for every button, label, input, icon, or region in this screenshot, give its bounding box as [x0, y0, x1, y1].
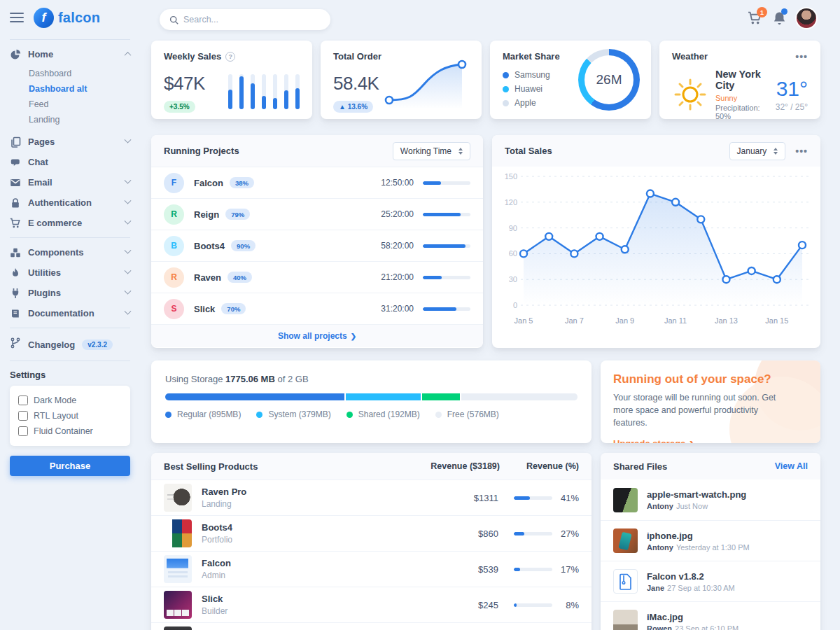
search-box[interactable] [160, 9, 330, 30]
product-thumbnail[interactable] [164, 519, 192, 547]
project-name[interactable]: Falcon [194, 178, 223, 188]
file-row[interactable]: Falcon v1.8.2 Jane27 Sep at 10:30 AM [601, 561, 820, 601]
falcon-logo[interactable]: f falcon [34, 8, 100, 28]
card-title: Shared Files [613, 461, 667, 472]
divider [10, 360, 130, 361]
code-branch-icon [10, 337, 21, 351]
sidebar-subitem-dashboard[interactable]: Dashboard [10, 66, 130, 81]
lock-icon [10, 197, 21, 209]
envelope-icon [10, 177, 21, 188]
product-category[interactable]: Builder [202, 606, 227, 616]
chevron-icon [125, 197, 132, 204]
avatar[interactable] [797, 8, 816, 28]
settings-checkbox[interactable] [18, 411, 28, 421]
project-progress-bar [423, 244, 470, 248]
sidebar-item-email[interactable]: Email [10, 172, 130, 192]
total-order-card: Total Order 58.4K ▲ 13.6% [321, 41, 482, 119]
settings-option-rtl-layout[interactable]: RTL Layout [18, 408, 122, 424]
view-all-link[interactable]: View All [775, 461, 808, 471]
product-name[interactable]: Raven Pro [202, 486, 246, 497]
svg-text:0: 0 [513, 301, 517, 309]
product-thumbnail[interactable] [164, 555, 192, 583]
weekly-sales-badge: +3.5% [164, 101, 195, 113]
month-select[interactable]: January [729, 142, 786, 160]
sidebar-item-home[interactable]: Home [10, 44, 130, 64]
upgrade-storage-link[interactable]: Upgrade storage❯ [613, 438, 695, 443]
sidebar-item-e-commerce[interactable]: E commerce [10, 213, 130, 233]
project-name[interactable]: Raven [194, 272, 221, 283]
sidebar-item-components[interactable]: Components [10, 242, 130, 262]
sidebar-subitem-dashboard-alt[interactable]: Dashboard alt [10, 81, 130, 97]
product-revenue-pct: 8% [552, 600, 579, 610]
brand-name: falcon [58, 10, 100, 26]
revenue-pct-column-header: Revenue (%) [526, 461, 579, 471]
product-category[interactable]: Portfolio [202, 535, 232, 545]
file-time: 23 Sep at 6:10 PM [675, 624, 738, 630]
sidebar-item-chat[interactable]: Chat [10, 152, 130, 172]
project-name[interactable]: Boots4 [194, 241, 225, 251]
product-revenue-pct: 27% [552, 528, 579, 539]
product-category[interactable]: Admin [202, 570, 231, 580]
product-name[interactable]: Slick [202, 594, 227, 604]
storage-card: Using Storage 1775.06 MB of 2 GB Regular… [151, 360, 592, 443]
legend-item: Free (576MB) [435, 410, 499, 419]
cart-button[interactable]: 1 [748, 11, 762, 25]
ellipsis-menu-icon[interactable]: ••• [795, 54, 808, 59]
ellipsis-menu-icon[interactable]: ••• [795, 148, 808, 154]
chevron-icon [125, 136, 132, 144]
file-row[interactable]: iphone.jpg AntonyYesterday at 1:30 PM [601, 520, 820, 561]
project-progress-bar [423, 213, 470, 216]
products-table: Raven Pro Landing $1311 41% Boots4 Portf… [151, 479, 592, 622]
legend-dot-icon [346, 412, 353, 418]
legend-dot-icon [503, 72, 509, 78]
settings-checkbox[interactable] [18, 426, 28, 436]
weather-city: New York City [715, 69, 769, 91]
product-name[interactable]: Falcon [202, 558, 231, 568]
notifications-button[interactable] [773, 11, 786, 25]
sidebar-item-changelog[interactable]: Changelog v2.3.2 [10, 332, 130, 356]
promo-heading: Running out of your space? [613, 372, 808, 386]
search-input[interactable] [183, 15, 321, 24]
sidebar-item-utilities[interactable]: Utilities [10, 262, 130, 283]
file-row[interactable]: apple-smart-watch.png AntonyJust Now [601, 479, 820, 520]
product-thumbnail[interactable] [164, 626, 192, 630]
revenue-column-header: Revenue ($3189) [430, 461, 500, 471]
settings-option-dark-mode[interactable]: Dark Mode [18, 393, 122, 408]
puzzle-icon [10, 247, 21, 258]
project-name[interactable]: Slick [194, 304, 215, 314]
sidebar-item-pages[interactable]: Pages [10, 132, 130, 152]
working-time-select[interactable]: Working Time [393, 142, 470, 160]
product-name[interactable]: Boots4 [202, 522, 232, 533]
legend-item: System (379MB) [256, 410, 330, 419]
file-thumbnail [613, 488, 638, 512]
best-selling-card: Best Selling Products Revenue ($3189) Re… [151, 453, 592, 630]
show-all-projects-link[interactable]: Show all projects❯ [151, 324, 483, 347]
purchase-button[interactable]: Purchase [10, 456, 130, 476]
product-thumbnail[interactable] [164, 484, 192, 512]
settings-option-fluid-container[interactable]: Fluid Container [18, 424, 122, 439]
help-icon[interactable]: ? [225, 52, 235, 62]
project-progress-bar [423, 181, 470, 185]
svg-text:Jan 11: Jan 11 [664, 316, 687, 325]
version-badge: v2.3.2 [82, 340, 113, 350]
chart-pie-icon [10, 49, 21, 60]
menu-toggle-icon[interactable] [10, 13, 24, 22]
file-name: apple-smart-watch.png [647, 489, 746, 500]
product-thumbnail[interactable] [164, 591, 192, 619]
sidebar-item-documentation[interactable]: Documentation [10, 303, 130, 323]
sidebar-item-authentication[interactable]: Authentication [10, 192, 130, 213]
file-name: iphone.jpg [647, 531, 750, 541]
file-row[interactable]: iMac.jpg Rowen23 Sep at 6:10 PM [601, 601, 820, 630]
sidebar-subitem-landing[interactable]: Landing [10, 112, 130, 127]
product-category[interactable]: Landing [202, 499, 246, 509]
project-percent-badge: 70% [221, 303, 246, 314]
settings-checkbox[interactable] [18, 396, 28, 405]
storage-title: Using Storage 1775.06 MB of 2 GB [165, 374, 578, 384]
sidebar-item-plugins[interactable]: Plugins [10, 283, 130, 303]
card-title: Weekly Sales [164, 51, 221, 62]
project-name[interactable]: Reign [194, 209, 219, 220]
sidebar-subitem-feed[interactable]: Feed [10, 97, 130, 112]
file-time: Yesterday at 1:30 PM [676, 543, 750, 552]
fire-icon [10, 267, 21, 279]
product-revenue: $539 [462, 564, 498, 575]
